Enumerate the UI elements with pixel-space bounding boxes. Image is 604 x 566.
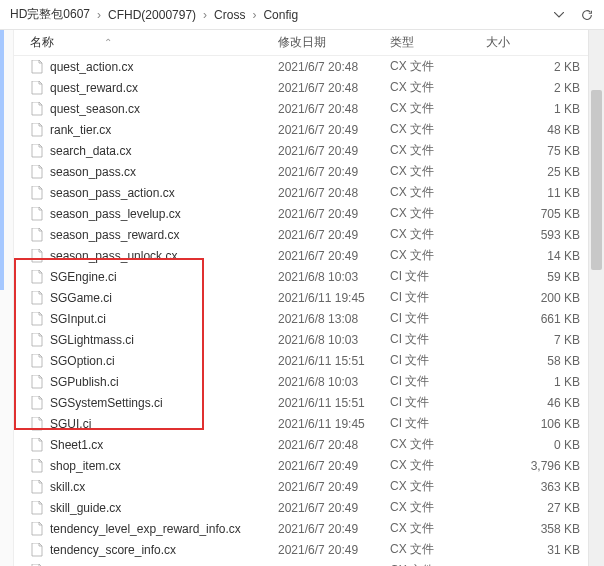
dropdown-icon[interactable] [548,4,570,26]
table-row[interactable]: season_pass_reward.cx2021/6/7 20:49CX 文件… [14,224,604,245]
file-name: SGEngine.ci [50,270,117,284]
refresh-icon[interactable] [576,4,598,26]
file-name: season_pass.cx [50,165,136,179]
file-type: CI 文件 [390,373,486,390]
file-icon [30,417,44,431]
file-icon [30,480,44,494]
file-icon [30,375,44,389]
file-size: 46 KB [486,396,604,410]
file-type: CX 文件 [390,247,486,264]
table-row[interactable]: TEXT_SGGame.cx2021/6/7 20:49CX 文件1,256 K… [14,560,604,566]
file-name: season_pass_action.cx [50,186,175,200]
nav-accent [0,30,4,290]
file-type: CX 文件 [390,100,486,117]
table-row[interactable]: season_pass.cx2021/6/7 20:49CX 文件25 KB [14,161,604,182]
file-type: CX 文件 [390,436,486,453]
nav-tree-strip [0,30,14,566]
file-name: quest_reward.cx [50,81,138,95]
table-row[interactable]: quest_season.cx2021/6/7 20:48CX 文件1 KB [14,98,604,119]
file-name: skill.cx [50,480,85,494]
file-type: CI 文件 [390,268,486,285]
file-size: 25 KB [486,165,604,179]
file-list-pane: 名称 ⌃ 修改日期 类型 大小 quest_action.cx2021/6/7 … [14,30,604,566]
table-row[interactable]: skill.cx2021/6/7 20:49CX 文件363 KB [14,476,604,497]
file-date: 2021/6/11 19:45 [278,291,390,305]
file-date: 2021/6/7 20:49 [278,249,390,263]
file-icon [30,270,44,284]
file-icon [30,333,44,347]
file-icon [30,228,44,242]
file-name: shop_item.cx [50,459,121,473]
scrollbar-thumb[interactable] [591,90,602,270]
file-size: 75 KB [486,144,604,158]
table-row[interactable]: search_data.cx2021/6/7 20:49CX 文件75 KB [14,140,604,161]
file-type: CI 文件 [390,415,486,432]
file-size: 59 KB [486,270,604,284]
file-size: 14 KB [486,249,604,263]
file-icon [30,543,44,557]
file-name: tendency_level_exp_reward_info.cx [50,522,241,536]
file-icon [30,396,44,410]
header-type[interactable]: 类型 [390,34,486,51]
table-row[interactable]: season_pass_action.cx2021/6/7 20:48CX 文件… [14,182,604,203]
table-row[interactable]: SGGame.ci2021/6/11 19:45CI 文件200 KB [14,287,604,308]
table-row[interactable]: shop_item.cx2021/6/7 20:49CX 文件3,796 KB [14,455,604,476]
file-type: CI 文件 [390,289,486,306]
file-date: 2021/6/7 20:49 [278,165,390,179]
file-name: SGSystemSettings.ci [50,396,163,410]
file-date: 2021/6/11 19:45 [278,417,390,431]
file-icon [30,501,44,515]
file-size: 11 KB [486,186,604,200]
file-size: 358 KB [486,522,604,536]
file-icon [30,165,44,179]
table-row[interactable]: SGOption.ci2021/6/11 15:51CI 文件58 KB [14,350,604,371]
breadcrumb-item[interactable]: Config [259,0,302,29]
table-row[interactable]: tendency_score_info.cx2021/6/7 20:49CX 文… [14,539,604,560]
file-date: 2021/6/8 10:03 [278,375,390,389]
table-row[interactable]: rank_tier.cx2021/6/7 20:49CX 文件48 KB [14,119,604,140]
table-row[interactable]: skill_guide.cx2021/6/7 20:49CX 文件27 KB [14,497,604,518]
table-row[interactable]: SGLightmass.ci2021/6/8 10:03CI 文件7 KB [14,329,604,350]
table-row[interactable]: tendency_level_exp_reward_info.cx2021/6/… [14,518,604,539]
file-date: 2021/6/7 20:49 [278,480,390,494]
breadcrumb-item[interactable]: Cross [210,0,249,29]
file-size: 363 KB [486,480,604,494]
file-size: 661 KB [486,312,604,326]
header-date[interactable]: 修改日期 [278,34,390,51]
table-row[interactable]: SGPublish.ci2021/6/8 10:03CI 文件1 KB [14,371,604,392]
file-size: 3,796 KB [486,459,604,473]
file-date: 2021/6/7 20:48 [278,60,390,74]
file-name: season_pass_reward.cx [50,228,179,242]
file-date: 2021/6/7 20:49 [278,207,390,221]
file-date: 2021/6/7 20:49 [278,522,390,536]
breadcrumb-item[interactable]: HD完整包0607 [6,0,94,29]
vertical-scrollbar[interactable] [588,30,604,566]
file-icon [30,249,44,263]
header-name[interactable]: 名称 ⌃ [30,34,278,51]
table-row[interactable]: quest_action.cx2021/6/7 20:48CX 文件2 KB [14,56,604,77]
file-date: 2021/6/7 20:49 [278,501,390,515]
file-type: CX 文件 [390,121,486,138]
table-row[interactable]: Sheet1.cx2021/6/7 20:48CX 文件0 KB [14,434,604,455]
table-row[interactable]: SGEngine.ci2021/6/8 10:03CI 文件59 KB [14,266,604,287]
file-type: CX 文件 [390,562,486,566]
table-row[interactable]: season_pass_levelup.cx2021/6/7 20:49CX 文… [14,203,604,224]
file-icon [30,81,44,95]
header-size[interactable]: 大小 [486,34,604,51]
file-size: 58 KB [486,354,604,368]
file-date: 2021/6/11 15:51 [278,396,390,410]
file-name: quest_action.cx [50,60,133,74]
breadcrumb-item[interactable]: CFHD(2000797) [104,0,200,29]
file-name: tendency_score_info.cx [50,543,176,557]
file-type: CX 文件 [390,478,486,495]
file-size: 27 KB [486,501,604,515]
table-row[interactable]: quest_reward.cx2021/6/7 20:48CX 文件2 KB [14,77,604,98]
table-row[interactable]: SGSystemSettings.ci2021/6/11 15:51CI 文件4… [14,392,604,413]
file-icon [30,207,44,221]
file-icon [30,123,44,137]
table-row[interactable]: SGUI.ci2021/6/11 19:45CI 文件106 KB [14,413,604,434]
table-row[interactable]: season_pass_unlock.cx2021/6/7 20:49CX 文件… [14,245,604,266]
file-icon [30,459,44,473]
file-name: SGGame.ci [50,291,112,305]
table-row[interactable]: SGInput.ci2021/6/8 13:08CI 文件661 KB [14,308,604,329]
